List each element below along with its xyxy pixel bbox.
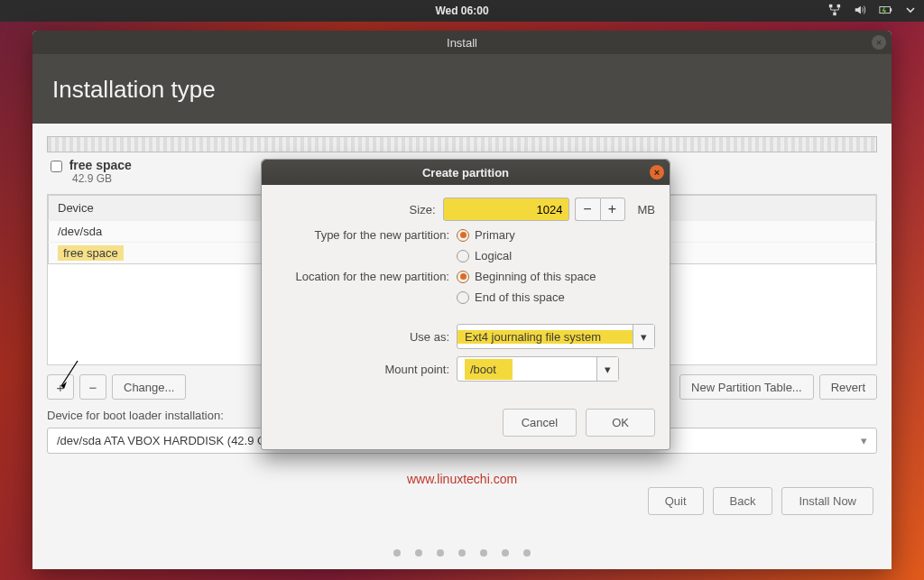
- close-icon[interactable]: ×: [872, 35, 886, 50]
- install-now-button[interactable]: Install Now: [781, 487, 873, 515]
- quit-button[interactable]: Quit: [648, 487, 704, 515]
- pager-dot[interactable]: [458, 549, 466, 557]
- revert-button[interactable]: Revert: [819, 374, 877, 400]
- size-input[interactable]: [443, 198, 569, 221]
- change-partition-button[interactable]: Change...: [112, 374, 186, 400]
- partition-checkbox[interactable]: [51, 161, 62, 172]
- footer-buttons: Quit Back Install Now: [648, 487, 873, 515]
- freespace-title: free space: [69, 158, 132, 172]
- size-unit: MB: [638, 203, 656, 216]
- dialog-buttons: Cancel OK: [262, 400, 670, 449]
- size-spinner: − +: [575, 198, 625, 221]
- window-titlebar: Install ×: [32, 31, 892, 54]
- battery-icon[interactable]: [879, 4, 893, 19]
- use-as-label: Use as:: [276, 330, 457, 344]
- svg-rect-2: [833, 12, 836, 15]
- radio-end[interactable]: End of this space: [457, 290, 565, 304]
- size-decrement-button[interactable]: −: [575, 198, 600, 221]
- ok-button[interactable]: OK: [586, 409, 655, 437]
- dialog-titlebar: Create partition ×: [262, 160, 670, 185]
- pager-dots: [32, 549, 892, 557]
- chevron-down-icon: ▾: [861, 434, 867, 447]
- type-label: Type for the new partition:: [276, 228, 457, 242]
- create-partition-dialog: Create partition × Size: − + MB Type for…: [261, 159, 670, 450]
- size-label: Size:: [276, 203, 443, 216]
- pager-dot[interactable]: [437, 549, 444, 557]
- new-partition-table-button[interactable]: New Partition Table...: [679, 374, 814, 400]
- power-menu-icon[interactable]: [906, 5, 915, 17]
- partition-bar[interactable]: [47, 136, 877, 152]
- pager-dot[interactable]: [523, 549, 531, 557]
- cell-device: free space: [58, 245, 124, 261]
- pager-dot[interactable]: [393, 549, 401, 557]
- mount-label: Mount point:: [276, 363, 457, 376]
- clock: Wed 06:00: [435, 5, 488, 17]
- network-icon[interactable]: [828, 4, 841, 19]
- radio-logical[interactable]: Logical: [457, 249, 512, 262]
- window-title: Install: [447, 36, 477, 50]
- use-as-select[interactable]: Ext4 journaling file system ▾: [457, 324, 655, 349]
- radio-logical-label: Logical: [475, 249, 512, 262]
- close-icon[interactable]: ×: [650, 165, 664, 180]
- back-button[interactable]: Back: [713, 487, 773, 515]
- page-title: Installation type: [32, 54, 892, 124]
- use-as-value: Ext4 journaling file system: [457, 330, 633, 344]
- radio-primary-label: Primary: [475, 228, 515, 242]
- watermark-text: www.linuxtechi.com: [47, 472, 877, 486]
- pager-dot[interactable]: [502, 549, 509, 557]
- chevron-down-icon[interactable]: ▾: [596, 357, 618, 381]
- radio-begin[interactable]: Beginning of this space: [457, 270, 596, 283]
- cancel-button[interactable]: Cancel: [503, 409, 577, 437]
- svg-rect-4: [890, 8, 892, 12]
- radio-end-label: End of this space: [475, 290, 565, 304]
- mount-point-select[interactable]: /boot ▾: [457, 356, 619, 382]
- svg-rect-0: [829, 4, 833, 7]
- radio-primary[interactable]: Primary: [457, 228, 515, 242]
- add-partition-button[interactable]: +: [47, 374, 74, 400]
- pager-dot[interactable]: [480, 549, 487, 557]
- size-increment-button[interactable]: +: [600, 198, 625, 221]
- volume-icon[interactable]: [854, 4, 866, 19]
- remove-partition-button[interactable]: −: [79, 374, 106, 400]
- bootloader-value: /dev/sda ATA VBOX HARDDISK (42.9 GB): [57, 434, 278, 447]
- top-menubar: Wed 06:00: [0, 0, 924, 22]
- mount-point-value: /boot: [465, 359, 513, 380]
- svg-rect-1: [837, 4, 841, 7]
- pager-dot[interactable]: [415, 549, 422, 557]
- dialog-title: Create partition: [422, 166, 509, 180]
- chevron-down-icon[interactable]: ▾: [633, 325, 654, 348]
- location-label: Location for the new partition:: [276, 270, 457, 283]
- radio-begin-label: Beginning of this space: [475, 270, 596, 283]
- system-tray: [828, 4, 915, 19]
